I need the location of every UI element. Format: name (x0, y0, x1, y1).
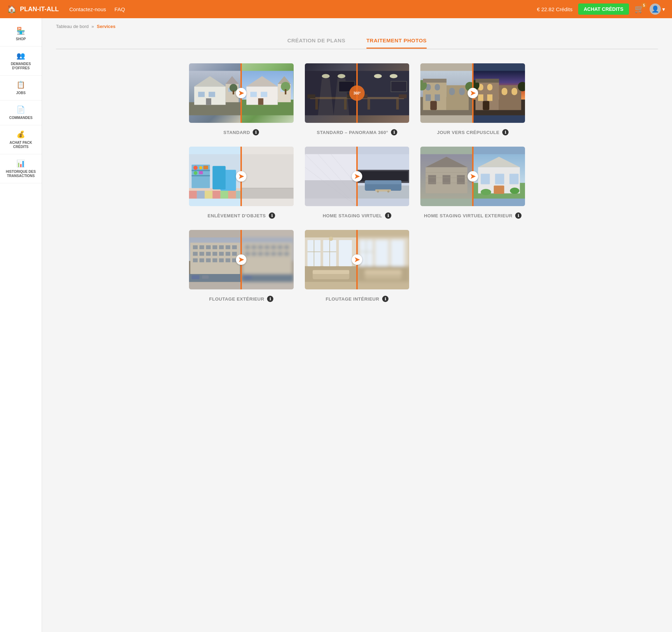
svg-rect-171 (245, 252, 250, 256)
svg-rect-43 (391, 81, 407, 92)
cart-badge: 5 (641, 2, 647, 8)
sidebar-item-achat[interactable]: 💰 ACHAT PACK CRÉDITS (0, 125, 42, 154)
svg-point-114 (387, 190, 390, 192)
demandes-icon: 👥 (16, 51, 25, 60)
split-left-standard (189, 63, 241, 123)
split-left-jvc (420, 63, 472, 123)
service-image-standard: ➤ (189, 63, 294, 123)
breadcrumb-home[interactable]: Tableau de bord (56, 24, 89, 29)
service-title-hsv: HOME STAGING VIRTUEL (323, 213, 382, 218)
split-arrow-enlevement: ➤ (236, 171, 246, 182)
service-title-fli: FLOUTAGE INTÉRIEUR (326, 296, 379, 302)
sidebar-item-jobs[interactable]: 📋 JOBS (0, 76, 42, 100)
split-left-hsve (420, 147, 472, 206)
cart-icon[interactable]: 🛒 5 (635, 5, 644, 14)
svg-rect-111 (365, 180, 401, 184)
tab-creation-plans[interactable]: CRÉATION DE PLANS (287, 37, 345, 49)
svg-rect-174 (265, 252, 270, 256)
user-avatar: 👤 (650, 3, 661, 15)
service-image-home-staging: ➤ (305, 147, 410, 206)
service-title-panorama: STANDARD – PANORAMA 360° (317, 130, 388, 135)
split-arrow-standard: ➤ (236, 88, 246, 98)
nav-links: Contactez-nous FAQ (69, 6, 537, 12)
svg-rect-154 (212, 258, 217, 262)
service-card-enlevement[interactable]: ➤ ENLÈVEMENT D'OBJETS ℹ (189, 147, 294, 219)
sidebar-item-demandes[interactable]: 👥 DEMANDES D'OFFRES (0, 47, 42, 76)
svg-rect-167 (265, 245, 270, 249)
sidebar: 🏪 SHOP 👥 DEMANDES D'OFFRES 📋 JOBS 📄 COMM… (0, 18, 42, 632)
info-icon-standard[interactable]: ℹ (253, 129, 259, 135)
svg-rect-54 (430, 101, 437, 110)
svg-rect-95 (241, 154, 293, 188)
split-right-hsve (473, 147, 525, 206)
split-right-fli (357, 230, 409, 289)
svg-rect-156 (226, 258, 230, 262)
sidebar-item-shop[interactable]: 🏪 SHOP (0, 22, 42, 47)
breadcrumb: Tableau de bord » Services (56, 24, 658, 29)
svg-point-133 (510, 188, 519, 194)
service-title-row-fle: FLOUTAGE EXTÉRIEUR ℹ (209, 296, 274, 302)
svg-rect-90 (220, 191, 228, 198)
buy-credits-button[interactable]: ACHAT CRÉDITS (578, 3, 629, 15)
split-arrow-hsv: ➤ (352, 171, 362, 182)
info-icon-panorama[interactable]: ℹ (391, 129, 397, 135)
svg-rect-88 (205, 191, 212, 198)
svg-rect-18 (250, 92, 257, 97)
info-icon-fli[interactable]: ℹ (382, 296, 388, 302)
split-left-fle (189, 230, 241, 289)
svg-rect-49 (435, 84, 440, 91)
service-image-floutage-ext: ➤ (189, 230, 294, 289)
svg-point-81 (194, 166, 198, 170)
nav-contact[interactable]: Contactez-nous (69, 6, 106, 12)
sidebar-item-historique[interactable]: 📊 HISTORIQUE DES TRANSACTIONS (0, 154, 42, 183)
sidebar-item-commandes[interactable]: 📄 COMMANDES (0, 100, 42, 125)
svg-rect-50 (426, 94, 431, 101)
service-image-floutage-int: ➤ (305, 230, 410, 289)
service-card-home-staging-ext[interactable]: ➤ HOME STAGING VIRTUEL EXTERIEUR ℹ (420, 147, 525, 219)
user-dropdown-arrow: ▾ (662, 6, 665, 13)
info-icon-fle[interactable]: ℹ (267, 296, 273, 302)
info-icon-hsv[interactable]: ℹ (385, 212, 391, 219)
info-icon-jvc[interactable]: ℹ (502, 129, 509, 135)
service-card-panorama[interactable]: 360° STANDARD – PANORAMA 360° ℹ (305, 63, 410, 135)
breadcrumb-separator: » (91, 24, 94, 29)
service-card-home-staging[interactable]: ➤ HOME STAGING VIRTUEL ℹ (305, 147, 410, 219)
service-grid: ➤ STANDARD ℹ (189, 63, 525, 302)
service-card-standard[interactable]: ➤ STANDARD ℹ (189, 63, 294, 135)
svg-rect-172 (252, 252, 256, 256)
svg-rect-155 (219, 258, 224, 262)
svg-rect-185 (339, 240, 352, 266)
service-card-jour-crepuscule[interactable]: ➤ JOUR VERS CRÉPUSCULE ℹ (420, 63, 525, 135)
service-card-floutage-ext[interactable]: ➤ FLOUTAGE EXTÉRIEUR ℹ (189, 230, 294, 302)
svg-rect-150 (232, 252, 237, 256)
svg-rect-164 (245, 245, 250, 249)
svg-rect-138 (200, 245, 204, 249)
logo-icon: 🏠 (7, 5, 16, 14)
sidebar-label-demandes: DEMANDES D'OFFRES (3, 62, 39, 70)
info-icon-hsve[interactable]: ℹ (515, 212, 522, 219)
svg-rect-65 (487, 94, 492, 101)
svg-rect-128 (481, 174, 490, 184)
tab-traitement-photos[interactable]: TRAITEMENT PHOTOS (366, 37, 427, 49)
svg-rect-170 (285, 245, 289, 249)
svg-rect-137 (193, 245, 197, 249)
svg-rect-19 (261, 92, 267, 97)
service-title-hsve: HOME STAGING VIRTUEL EXTERIEUR (424, 213, 512, 218)
svg-rect-168 (271, 245, 276, 249)
info-icon-enlevement[interactable]: ℹ (269, 212, 275, 219)
split-arrow-fli: ➤ (352, 254, 362, 265)
historique-icon: 📊 (16, 159, 25, 168)
service-image-enlevement: ➤ (189, 147, 294, 206)
split-arrow-hsve: ➤ (468, 171, 478, 182)
logo[interactable]: 🏠 PLAN-IT-ALL (7, 5, 59, 14)
split-arrow-fle: ➤ (236, 254, 246, 265)
svg-rect-52 (449, 88, 455, 95)
service-title-row-hsv: HOME STAGING VIRTUEL ℹ (323, 212, 391, 219)
nav-faq[interactable]: FAQ (114, 6, 125, 12)
split-right-enlevement (241, 147, 293, 206)
svg-rect-35 (357, 71, 409, 115)
user-menu[interactable]: 👤 ▾ (650, 3, 665, 15)
split-left-enlevement (189, 147, 241, 206)
service-card-floutage-int[interactable]: ➤ FLOUTAGE INTÉRIEUR ℹ (305, 230, 410, 302)
svg-rect-36 (362, 97, 404, 99)
